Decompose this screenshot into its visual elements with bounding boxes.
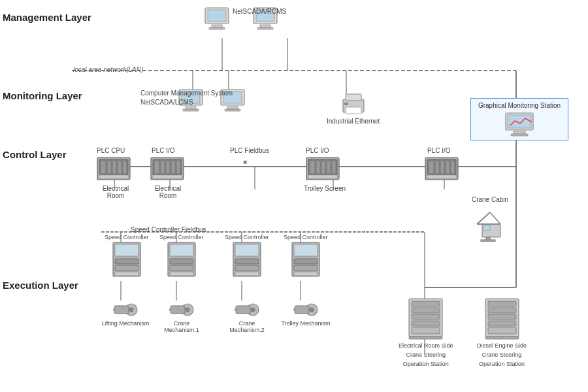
svg-rect-95 — [115, 265, 139, 270]
svg-rect-35 — [260, 25, 270, 27]
diesel-side-icon — [484, 297, 520, 340]
speed-ctrl-fieldbus-label: Speed Controller Fieldbus — [131, 226, 206, 233]
svg-rect-140 — [488, 327, 516, 334]
diesel-side-group: Diesel Engine Side Crane Steering Operat… — [477, 297, 527, 368]
svg-rect-79 — [429, 161, 434, 174]
plc-rack-2 — [150, 157, 184, 182]
svg-rect-134 — [409, 336, 442, 339]
svg-rect-30 — [208, 10, 226, 22]
svg-rect-86 — [483, 225, 490, 231]
svg-point-127 — [310, 308, 314, 312]
svg-rect-48 — [344, 103, 348, 105]
plc-cpu-label: PLC CPU — [97, 147, 125, 154]
plc-io2-label: PLC I/O — [306, 147, 329, 154]
diagram: Management Layer NetSCADA/RCMS local are… — [0, 0, 588, 392]
svg-rect-108 — [294, 244, 318, 256]
graphical-monitoring-label: Graphical Monitoring Station — [478, 102, 561, 109]
svg-rect-59 — [123, 161, 127, 174]
svg-rect-44 — [225, 109, 240, 111]
plc-fieldbus-x: × — [243, 158, 247, 166]
svg-rect-76 — [308, 175, 337, 178]
svg-rect-65 — [166, 161, 170, 174]
svg-rect-47 — [346, 107, 361, 114]
svg-rect-99 — [170, 259, 193, 264]
plc-rack-3 — [306, 157, 340, 182]
crane-cabin-icon — [470, 206, 510, 242]
svg-rect-64 — [161, 161, 165, 174]
svg-rect-57 — [112, 161, 116, 174]
svg-line-88 — [477, 212, 490, 224]
plc-io1-label: PLC I/O — [152, 147, 175, 154]
management-layer-label: Management Layer — [3, 12, 91, 23]
svg-rect-56 — [107, 161, 111, 174]
elec-room2-label: Electrical Room — [145, 185, 191, 199]
trolley-mech-label: Trolley Mechanism — [280, 320, 332, 327]
svg-rect-130 — [412, 308, 440, 313]
svg-point-119 — [186, 308, 189, 312]
graphical-monitoring-icon — [503, 112, 536, 137]
svg-rect-71 — [310, 161, 315, 174]
svg-rect-105 — [235, 265, 259, 270]
svg-rect-52 — [511, 134, 528, 136]
cms-label-1: Computer Management System — [140, 90, 233, 97]
motor-3-icon — [235, 301, 259, 319]
elec-room-side-line2: Crane Steering — [406, 351, 446, 358]
graphical-monitoring-box: Graphical Monitoring Station — [470, 98, 568, 140]
trolley-screen-label: Trolley Screen — [302, 185, 348, 192]
motor-4-group: Trolley Mechanism — [280, 301, 332, 327]
plc-rack-cpu-icon — [97, 157, 131, 180]
crane-mech2-label: Crane Mechanism.2 — [221, 320, 273, 333]
svg-rect-129 — [412, 301, 440, 306]
plc-rack-4 — [425, 157, 459, 182]
svg-rect-80 — [435, 161, 439, 174]
elec-room-side-group: Electrical Room Side Crane Steering Oper… — [399, 297, 453, 368]
plc-fieldbus-label: PLC Fieldbus — [230, 147, 269, 154]
speed-ctrl-2-icon — [167, 242, 196, 277]
svg-rect-55 — [101, 161, 106, 174]
svg-rect-83 — [451, 161, 455, 174]
svg-rect-96 — [115, 272, 139, 276]
svg-rect-110 — [294, 265, 318, 270]
elec-room1-label: Electrical Room — [93, 185, 139, 199]
svg-rect-138 — [488, 314, 516, 319]
svg-rect-132 — [412, 321, 440, 326]
svg-rect-133 — [412, 327, 440, 334]
motor-1-icon — [113, 301, 138, 319]
svg-rect-75 — [332, 161, 336, 174]
cms-label: Computer Management System NetSCADA/LCMS — [140, 89, 233, 107]
speed-ctrl-1-icon — [112, 242, 141, 277]
elec-room-side-line3: Operation Station — [403, 361, 449, 367]
elec-room-side-line1: Electrical Room Side — [399, 342, 453, 349]
svg-rect-106 — [235, 272, 259, 276]
plc-io3-label: PLC I/O — [427, 147, 451, 154]
svg-rect-117 — [171, 306, 185, 314]
svg-rect-141 — [485, 336, 519, 339]
plc-rack-4-icon — [425, 157, 459, 180]
diesel-side-line1: Diesel Engine Side — [477, 342, 527, 349]
svg-point-115 — [129, 308, 133, 312]
industrial-ethernet-group: Industrial Ethernet — [327, 91, 380, 125]
motor-3-group: Crane Mechanism.2 — [221, 301, 273, 333]
plc-rack-cpu — [97, 157, 131, 182]
speed-ctrl-2-label: Speed Controller — [159, 234, 204, 240]
svg-rect-50 — [508, 115, 531, 128]
svg-rect-104 — [235, 259, 259, 264]
speed-ctrl-3-label: Speed Controller — [225, 234, 269, 240]
speed-ctrl-3-icon — [233, 242, 261, 277]
speed-ctrl-4-group: Speed Controller — [284, 234, 328, 277]
svg-rect-46 — [346, 94, 361, 101]
svg-rect-51 — [514, 131, 525, 134]
netscada-computer-1 — [203, 7, 231, 31]
svg-line-89 — [490, 212, 500, 224]
elec-room-side-label: Electrical Room Side Crane Steering Oper… — [399, 341, 453, 368]
lan-label: local area network(LAN) — [73, 66, 143, 73]
diesel-side-label: Diesel Engine Side Crane Steering Operat… — [477, 341, 527, 368]
svg-rect-137 — [488, 308, 516, 313]
motor-2-group: Crane Mechanism.1 — [155, 301, 208, 333]
execution-layer-label: Execution Layer — [3, 280, 78, 291]
svg-rect-101 — [170, 272, 193, 276]
svg-rect-63 — [154, 161, 159, 174]
lifting-mech-label: Lifting Mechanism — [99, 320, 152, 327]
svg-rect-31 — [212, 25, 222, 27]
svg-rect-60 — [99, 175, 128, 178]
